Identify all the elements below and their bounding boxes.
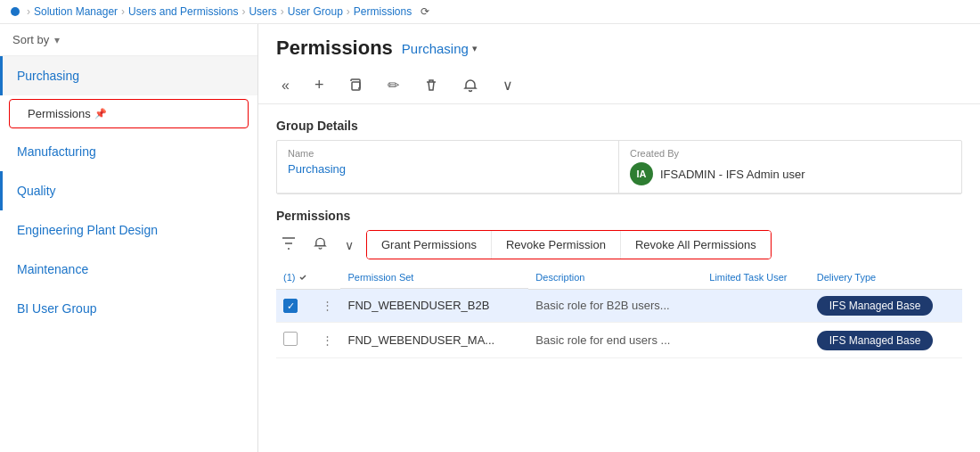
row-description-0: Basic role for B2B users... (528, 289, 702, 323)
group-details-title: Group Details (276, 119, 962, 133)
name-cell: Name Purchasing (277, 141, 619, 193)
sidebar-item-quality[interactable]: Quality (0, 171, 257, 210)
table-row: ✓⋮FND_WEBENDUSER_B2BBasic role for B2B u… (276, 289, 962, 323)
checkbox-0[interactable]: ✓ (283, 299, 298, 313)
checkbox-1[interactable] (283, 332, 298, 346)
more-button[interactable]: ∨ (497, 73, 519, 97)
permissions-toolbar: ∨ Grant Permissions Revoke Permission Re… (276, 230, 962, 259)
breadcrumb-bar: › Solution Manager › Users and Permissio… (0, 0, 980, 24)
created-by-name: IFSADMIN - IFS Admin user (660, 168, 805, 181)
permissions-table: (1) Permission Set Description Limited T… (276, 267, 962, 358)
header-description: Description (528, 267, 702, 289)
page-subtitle-dropdown[interactable]: Purchasing ▾ (402, 41, 478, 56)
filter-button[interactable] (276, 234, 301, 256)
header-checkbox-cell: (1) (276, 267, 314, 289)
avatar: IA (630, 162, 653, 185)
delete-button[interactable] (419, 75, 444, 96)
add-button[interactable]: + (309, 72, 330, 98)
edit-button[interactable]: ✏ (382, 73, 404, 97)
row-checkbox-1[interactable] (276, 323, 314, 358)
delivery-badge-0: IFS Managed Base (817, 296, 934, 316)
sidebar-item-engineering[interactable]: Engineering Plant Design (0, 210, 257, 250)
perm-bell-button[interactable] (308, 233, 332, 257)
breadcrumb-user-group[interactable]: User Group (288, 5, 343, 18)
row-limited-task-1 (702, 323, 809, 358)
perm-more-button[interactable]: ∨ (339, 234, 359, 256)
breadcrumb-users-permissions[interactable]: Users and Permissions (128, 5, 238, 18)
row-permission-set-0: FND_WEBENDUSER_B2B (340, 289, 528, 323)
row-permission-set-1: FND_WEBENDUSER_MA... (340, 323, 528, 358)
header-delivery-type: Delivery Type (810, 267, 962, 289)
breadcrumb-users[interactable]: Users (249, 5, 276, 18)
row-menu-1[interactable]: ⋮ (314, 323, 340, 358)
back-button[interactable]: « (276, 74, 295, 97)
checked-count: (1) (283, 272, 295, 283)
table-row: ⋮FND_WEBENDUSER_MA...Basic role for end … (276, 323, 962, 358)
row-delivery-type-0: IFS Managed Base (810, 289, 962, 323)
sidebar-items: Purchasing Permissions 📌 Manufacturing Q… (0, 56, 257, 452)
page-toolbar: « + ✏ ∨ (258, 67, 980, 104)
created-by-cell: Created By IA IFSADMIN - IFS Admin user (619, 141, 961, 193)
row-description-1: Basic role for end users ... (528, 323, 702, 358)
permissions-title: Permissions (276, 209, 962, 223)
page-header: Permissions Purchasing ▾ (258, 24, 980, 67)
header-check-icon (298, 273, 307, 282)
name-value: Purchasing (288, 162, 608, 176)
row-checkbox-0[interactable]: ✓ (276, 289, 314, 323)
pin-icon: 📌 (94, 108, 107, 119)
sort-dropdown-icon[interactable]: ▾ (54, 34, 60, 46)
sidebar: Sort by ▾ Purchasing Permissions 📌 Manuf… (0, 24, 258, 452)
row-menu-0[interactable]: ⋮ (314, 289, 340, 323)
app-dot (11, 7, 20, 16)
group-details-grid: Name Purchasing Created By IA IFSADMIN -… (276, 140, 962, 194)
created-by-label: Created By (630, 148, 951, 159)
notifications-button[interactable] (458, 75, 483, 96)
copy-button[interactable] (343, 75, 368, 96)
sidebar-item-permissions[interactable]: Permissions 📌 (9, 99, 249, 128)
breadcrumb-solution-manager[interactable]: Solution Manager (34, 5, 118, 18)
sidebar-item-purchasing[interactable]: Purchasing (0, 56, 257, 95)
sidebar-item-maintenance[interactable]: Maintenance (0, 250, 257, 289)
header-menu (314, 267, 340, 289)
sort-label: Sort by (12, 33, 49, 46)
subtitle-dropdown-icon: ▾ (472, 43, 478, 54)
header-permission-set[interactable]: Permission Set (340, 267, 528, 289)
breadcrumb-permissions[interactable]: Permissions (354, 5, 412, 18)
revoke-all-permissions-button[interactable]: Revoke All Permissions (621, 231, 771, 259)
page-subtitle-label: Purchasing (402, 41, 469, 56)
sort-bar: Sort by ▾ (0, 24, 257, 56)
perm-action-group: Grant Permissions Revoke Permission Revo… (366, 230, 772, 259)
refresh-icon[interactable]: ⟳ (421, 5, 429, 18)
table-header-row: (1) Permission Set Description Limited T… (276, 267, 962, 289)
row-limited-task-0 (702, 289, 809, 323)
page-title: Permissions (276, 37, 393, 60)
sidebar-item-manufacturing[interactable]: Manufacturing (0, 132, 257, 171)
content-area: Permissions Purchasing ▾ « + ✏ (258, 24, 980, 452)
revoke-permission-button[interactable]: Revoke Permission (492, 231, 621, 259)
row-delivery-type-1: IFS Managed Base (810, 323, 962, 358)
delivery-badge-1: IFS Managed Base (817, 331, 934, 350)
name-label: Name (288, 148, 608, 159)
grant-permissions-button[interactable]: Grant Permissions (367, 231, 492, 259)
content-scroll: Group Details Name Purchasing Created By… (258, 104, 980, 452)
created-by-value-row: IA IFSADMIN - IFS Admin user (630, 162, 951, 185)
sidebar-item-bi-user-group[interactable]: BI User Group (0, 289, 257, 328)
main-layout: Sort by ▾ Purchasing Permissions 📌 Manuf… (0, 24, 980, 452)
header-limited-task: Limited Task User (702, 267, 809, 289)
